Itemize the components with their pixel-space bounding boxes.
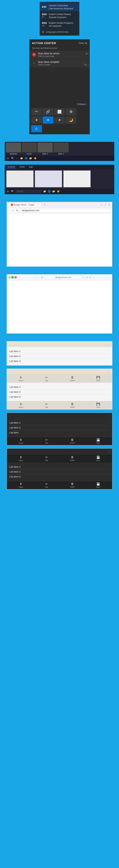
tb2-app3-icon[interactable]: 📂 [52, 190, 55, 193]
action-save-btn-b[interactable]: 💾 Save [94, 402, 103, 408]
action-delete-dark2b-btn[interactable]: 🗑 Delete [68, 482, 77, 488]
task-thumb-card-music[interactable] [35, 170, 62, 187]
task-label-logo[interactable]: logo [28, 165, 34, 169]
notif-close-button[interactable]: ✕ [86, 52, 88, 55]
action-share-btn[interactable]: ⬆ Share [16, 376, 25, 382]
back-button[interactable]: ‹ [8, 209, 11, 212]
task-thumb-card-windows[interactable] [6, 170, 34, 187]
action-save-dark2b-btn[interactable]: 💾 Save [94, 482, 103, 488]
address-bar[interactable] [20, 208, 111, 213]
action-save-btn[interactable]: 💾 Save [94, 376, 103, 382]
save-dark-icon: 💾 [96, 438, 100, 442]
save-icon: 💾 [96, 376, 100, 379]
delete-dark2-icon: 🗑 [71, 456, 74, 459]
lang-item-eng-us[interactable]: ENG US English (United Kingdom) UK keybo… [40, 20, 79, 29]
list-item: List item 2 [9, 469, 110, 474]
notification-scan-error[interactable]: ✕ Scan drive for errors Click to start s… [29, 51, 90, 59]
clear-all-button[interactable]: Clear all [79, 42, 87, 44]
action-edit-btn-b[interactable]: ✏ Edit [42, 402, 51, 408]
notification-scan-complete[interactable]: ✓ Scan drive complete Click to close Thu [29, 59, 90, 67]
browser2-share-icon[interactable]: ↗ [89, 276, 91, 279]
action-save-dark-btn[interactable]: 💾 Save [94, 438, 103, 444]
task-thumb-windows[interactable]: windows [6, 143, 21, 155]
edit-dark2b-label: Edit [45, 486, 48, 488]
action-delete-dark-btn[interactable]: 🗑 Delete [68, 438, 77, 444]
browser2-star-icon[interactable]: ☆ [83, 276, 85, 279]
list-card-header-light1: ··· [7, 341, 112, 347]
action-delete-btn[interactable]: 🗑 Delete [68, 376, 77, 381]
new-tab-button[interactable]: + [42, 203, 46, 206]
maximize-button[interactable]: □ [104, 203, 107, 206]
browser2-refresh-button[interactable]: ↻ [40, 276, 44, 279]
action-save-dark2-btn[interactable]: 💾 Save [94, 456, 103, 461]
browser2-close-button[interactable] [14, 276, 17, 279]
action-share-dark2-btn[interactable]: ⬆ Share [16, 456, 25, 461]
quick-actions-row2: ✈ ✦ ☀ 🌙 [29, 117, 90, 125]
action-delete-btn-b[interactable]: 🗑 Delete [68, 402, 77, 408]
tb-start-icon[interactable]: ⊞ [6, 157, 10, 160]
language-preferences-link[interactable]: ⚙ Language preferences [40, 29, 79, 35]
action-edit-dark2b-btn[interactable]: ✏ Edit [42, 482, 51, 488]
tb-app1-icon[interactable]: 📁 [20, 157, 23, 160]
action-edit-btn[interactable]: ✏ Edit [42, 376, 51, 382]
action-share-dark2b-btn[interactable]: ⬆ Share [16, 482, 25, 488]
tb2-start-icon[interactable]: ⊞ [6, 190, 10, 193]
delete-icon: 🗑 [71, 376, 74, 379]
tb-app2-icon[interactable]: 🌐 [24, 157, 28, 160]
browser2-minimize-button[interactable] [8, 276, 11, 279]
tb2-app1-icon[interactable]: 📁 [43, 190, 46, 193]
forward-button[interactable]: › [12, 209, 14, 212]
task-thumb-card-logo[interactable] [63, 170, 91, 187]
quick-btn-connect[interactable]: 🔗 [43, 108, 53, 115]
lang-item-esp[interactable]: ESP Spanish (Colombia) Latin American Ke… [40, 3, 79, 11]
browser2-forward-button[interactable]: › [37, 276, 39, 279]
lang-details-esp: Spanish (Colombia) Latin American Keyboa… [49, 4, 73, 10]
task-thumb-music[interactable]: music [22, 143, 37, 155]
header-dots-light1[interactable]: ··· [108, 343, 110, 346]
tb2-app4-icon[interactable]: 🔶 [56, 190, 60, 193]
quick-btn-tablet[interactable]: 📟 [31, 108, 42, 115]
quick-btn-bluetooth[interactable]: ✦ [43, 117, 53, 124]
quick-btn-project[interactable]: ⬜ [54, 108, 65, 115]
browser2-more-icon[interactable]: ··· [92, 276, 94, 279]
taskbar-search-input[interactable] [15, 189, 42, 193]
notif-title-error: Scan drive for errors [38, 52, 87, 55]
quick-btn-warning[interactable]: ⚠ [31, 125, 42, 132]
browser2-maximize-button[interactable] [11, 276, 14, 279]
browser2-address-bar[interactable] [44, 276, 82, 279]
lang-item-eng-es[interactable]: ENG ES English (United States) Spanish k… [40, 11, 79, 20]
list-item: List item 1 [9, 421, 110, 425]
action-share-btn-b[interactable]: ⬆ Share [16, 402, 25, 408]
task-label-windows[interactable]: windows [6, 165, 16, 169]
list-item: List item 1 [9, 349, 110, 354]
quick-btn-airplane[interactable]: ✈ [31, 117, 42, 124]
action-share-dark-btn[interactable]: ⬆ Share [16, 438, 25, 444]
header-dots-dark2[interactable]: ··· [108, 450, 110, 453]
quick-btn-settings[interactable]: ⚙ [66, 108, 76, 115]
task-thumb-table1b[interactable]: table 1 [53, 143, 69, 155]
browser-tab-active[interactable]: D Design Shock - Graph... ✕ [8, 203, 41, 207]
minimize-button[interactable]: — [100, 203, 103, 206]
browser2-back-button[interactable]: ‹ [34, 276, 36, 279]
tb-cortana-icon[interactable]: ○ [15, 157, 19, 160]
header-dots-dark1[interactable]: ··· [108, 414, 110, 417]
tab-close-button[interactable]: ✕ [37, 204, 39, 206]
quick-btn-night[interactable]: 🌙 [66, 117, 76, 124]
tb-app3-icon[interactable]: 📂 [29, 157, 32, 160]
browser2-reader-icon[interactable]: ≡ [86, 276, 88, 279]
task-label-music[interactable]: music [18, 165, 26, 169]
action-edit-dark2-btn[interactable]: ✏ Edit [42, 456, 51, 461]
collapse-button[interactable]: Collapse [29, 102, 90, 107]
action-delete-dark2-btn[interactable]: 🗑 Delete [68, 456, 77, 461]
refresh-button[interactable]: ↻ [15, 209, 19, 212]
close-button[interactable]: ✕ [108, 203, 111, 206]
tb2-app2-icon[interactable]: 🌐 [47, 190, 51, 193]
action-edit-dark-btn[interactable]: ✏ Edit [42, 438, 51, 444]
tb-app4-icon[interactable]: 🔶 [33, 157, 37, 160]
tb-search-icon[interactable]: 🔍 [11, 157, 14, 160]
tb2-search-icon[interactable]: 🔍 [11, 190, 14, 193]
quick-btn-brightness[interactable]: ☀ [54, 117, 65, 124]
list-card-header-dark2: ··· [7, 448, 112, 454]
header-dots-light2[interactable]: ··· [108, 370, 110, 373]
task-thumb-table1[interactable]: table 1 [38, 143, 53, 155]
